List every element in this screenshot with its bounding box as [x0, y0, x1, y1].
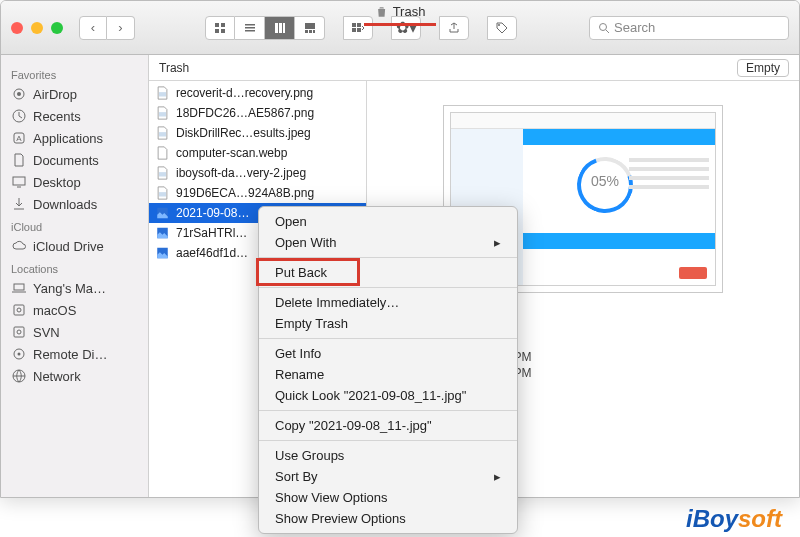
- action-button[interactable]: ✿▾: [391, 16, 421, 40]
- sidebar-item-label: Downloads: [33, 197, 97, 212]
- context-menu[interactable]: OpenOpen With▸Put BackDelete Immediately…: [258, 206, 518, 534]
- menu-item-label: Quick Look "2021-09-08_11-.jpg": [275, 388, 466, 403]
- window-title-label: Trash: [393, 4, 426, 19]
- file-name: computer-scan.webp: [176, 146, 287, 160]
- column-view-button[interactable]: [265, 16, 295, 40]
- menu-item[interactable]: Quick Look "2021-09-08_11-.jpg": [259, 385, 517, 406]
- sidebar-item[interactable]: iCloud Drive: [1, 235, 148, 257]
- svg-rect-1: [221, 23, 225, 27]
- watermark-pre: iBoy: [686, 505, 738, 532]
- sidebar-item-label: macOS: [33, 303, 76, 318]
- arrange-button[interactable]: [343, 16, 373, 40]
- menu-item[interactable]: Get Info: [259, 343, 517, 364]
- icon-view-button[interactable]: [205, 16, 235, 40]
- sidebar-item[interactable]: Documents: [1, 149, 148, 171]
- path-label: Trash: [159, 61, 189, 75]
- sidebar-item[interactable]: AirDrop: [1, 83, 148, 105]
- share-group: [439, 16, 469, 40]
- minimize-icon[interactable]: [31, 22, 43, 34]
- sidebar-item-label: Applications: [33, 131, 103, 146]
- file-row[interactable]: iboysoft-da…very-2.jpeg: [149, 163, 366, 183]
- tag-group: [487, 16, 517, 40]
- empty-trash-button[interactable]: Empty: [737, 59, 789, 77]
- sidebar-item[interactable]: SVN: [1, 321, 148, 343]
- menu-item[interactable]: Use Groups: [259, 445, 517, 466]
- sidebar-item[interactable]: AApplications: [1, 127, 148, 149]
- file-row[interactable]: recoverit-d…recovery.png: [149, 83, 366, 103]
- share-button[interactable]: [439, 16, 469, 40]
- menu-item-label: Delete Immediately…: [275, 295, 399, 310]
- file-row[interactable]: 18DFDC26…AE5867.png: [149, 103, 366, 123]
- svg-point-19: [600, 23, 607, 30]
- menu-separator: [259, 410, 517, 411]
- titlebar: ‹ › Trash ✿▾ Search: [1, 1, 799, 55]
- tag-button[interactable]: [487, 16, 517, 40]
- svg-rect-6: [245, 30, 255, 32]
- sidebar-item[interactable]: Yang's Ma…: [1, 277, 148, 299]
- menu-item[interactable]: Open With▸: [259, 232, 517, 253]
- menu-item[interactable]: Open: [259, 211, 517, 232]
- svg-rect-13: [313, 30, 315, 33]
- file-row[interactable]: 919D6ECA…924A8B.png: [149, 183, 366, 203]
- file-name: iboysoft-da…very-2.jpeg: [176, 166, 306, 180]
- menu-item[interactable]: Empty Trash: [259, 313, 517, 334]
- file-name: recoverit-d…recovery.png: [176, 86, 313, 100]
- sidebar-item-label: Network: [33, 369, 81, 384]
- menu-item[interactable]: Sort By▸: [259, 466, 517, 487]
- jpeg-file-icon: [155, 206, 170, 220]
- svg-rect-40: [159, 172, 166, 176]
- menu-item[interactable]: Put Back: [259, 262, 517, 283]
- watermark: iBoysoft: [686, 505, 782, 533]
- close-icon[interactable]: [11, 22, 23, 34]
- pathbar: Trash Empty: [149, 55, 799, 81]
- svg-rect-9: [283, 23, 285, 33]
- sidebar-item-label: Recents: [33, 109, 81, 124]
- svg-rect-37: [159, 92, 166, 96]
- menu-item-label: Use Groups: [275, 448, 344, 463]
- menu-item[interactable]: Copy "2021-09-08_11-.jpg": [259, 415, 517, 436]
- sidebar-item-label: Desktop: [33, 175, 81, 190]
- svg-rect-10: [305, 23, 315, 29]
- sidebar-item-label: Documents: [33, 153, 99, 168]
- menu-item-label: Copy "2021-09-08_11-.jpg": [275, 418, 432, 433]
- sidebar-item-label: AirDrop: [33, 87, 77, 102]
- sidebar-item[interactable]: Desktop: [1, 171, 148, 193]
- menu-item-label: Get Info: [275, 346, 321, 361]
- zoom-icon[interactable]: [51, 22, 63, 34]
- traffic-lights: [11, 22, 63, 34]
- back-button[interactable]: ‹: [79, 16, 107, 40]
- search-icon: [598, 22, 610, 34]
- file-name: aaef46df1d…: [176, 246, 248, 260]
- menu-separator: [259, 338, 517, 339]
- disk-icon: [11, 302, 27, 318]
- clock-icon: [11, 108, 27, 124]
- file-row[interactable]: computer-scan.webp: [149, 143, 366, 163]
- sidebar-item[interactable]: Remote Di…: [1, 343, 148, 365]
- svg-rect-0: [215, 23, 219, 27]
- svg-rect-32: [14, 327, 24, 337]
- menu-item[interactable]: Show View Options: [259, 487, 517, 508]
- forward-button[interactable]: ›: [107, 16, 135, 40]
- sidebar-item[interactable]: Downloads: [1, 193, 148, 215]
- search-field[interactable]: Search: [589, 16, 789, 40]
- svg-rect-3: [221, 29, 225, 33]
- list-view-button[interactable]: [235, 16, 265, 40]
- sidebar: FavoritesAirDropRecentsAApplicationsDocu…: [1, 55, 149, 497]
- sidebar-item[interactable]: macOS: [1, 299, 148, 321]
- svg-point-33: [17, 330, 21, 334]
- file-name: DiskDrillRec…esults.jpeg: [176, 126, 311, 140]
- gallery-view-button[interactable]: [295, 16, 325, 40]
- remote-icon: [11, 346, 27, 362]
- menu-item[interactable]: Delete Immediately…: [259, 292, 517, 313]
- menu-item[interactable]: Show Preview Options: [259, 508, 517, 529]
- sidebar-item[interactable]: Recents: [1, 105, 148, 127]
- svg-point-31: [17, 308, 21, 312]
- svg-rect-17: [357, 28, 361, 32]
- svg-point-22: [17, 92, 21, 96]
- image-file-icon: [155, 126, 170, 140]
- menu-item[interactable]: Rename: [259, 364, 517, 385]
- sidebar-item-label: SVN: [33, 325, 60, 340]
- file-name: 18DFDC26…AE5867.png: [176, 106, 314, 120]
- sidebar-item[interactable]: Network: [1, 365, 148, 387]
- file-row[interactable]: DiskDrillRec…esults.jpeg: [149, 123, 366, 143]
